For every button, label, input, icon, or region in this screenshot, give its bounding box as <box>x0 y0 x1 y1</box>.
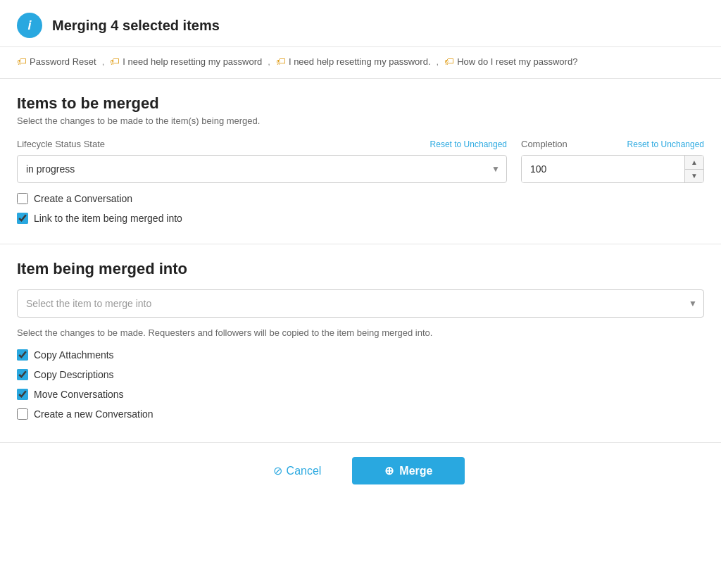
move-conversations-row: Move Conversations <box>17 389 704 400</box>
tag-item-4: 🏷 How do I reset my password? <box>444 56 577 67</box>
merge-icon: ⊕ <box>384 464 394 477</box>
merge-into-select[interactable]: Select the item to merge into <box>17 289 704 318</box>
link-item-row: Link to the item being merged into <box>17 213 704 224</box>
lifecycle-label-row: Lifecycle Status State Reset to Unchange… <box>17 139 507 149</box>
link-item-checkbox[interactable] <box>17 213 28 224</box>
copy-attachments-checkbox[interactable] <box>17 349 28 361</box>
copy-attachments-row: Copy Attachments <box>17 349 704 361</box>
footer: ⊘ Cancel ⊕ Merge <box>0 443 721 499</box>
spinner-up-button[interactable]: ▲ <box>685 156 703 170</box>
items-to-merge-section: Items to be merged Select the changes to… <box>0 79 721 244</box>
completion-input-wrapper: ▲ ▼ <box>521 155 704 183</box>
separator-3: , <box>437 56 439 67</box>
merge-section-title: Item being merged into <box>17 260 704 278</box>
info-icon: i <box>17 13 42 38</box>
create-conversation-checkbox[interactable] <box>17 193 28 204</box>
completion-input[interactable] <box>522 156 684 182</box>
items-section-subtitle: Select the changes to be made to the ite… <box>17 115 704 126</box>
spinner-buttons: ▲ ▼ <box>684 156 703 182</box>
lifecycle-select-wrapper: in progress open closed resolved ▼ <box>17 155 507 183</box>
tag-icon-4: 🏷 <box>444 56 454 67</box>
tag-label-1: Password Reset <box>30 56 96 67</box>
merge-note: Select the changes to be made. Requester… <box>17 327 704 338</box>
items-section-title: Items to be merged <box>17 94 704 113</box>
lifecycle-select[interactable]: in progress open closed resolved <box>17 155 507 183</box>
create-new-conversation-row: Create a new Conversation <box>17 408 704 420</box>
tag-label-4: How do I reset my password? <box>457 56 577 67</box>
separator-1: , <box>102 56 105 67</box>
form-row-fields: Lifecycle Status State Reset to Unchange… <box>17 139 704 183</box>
move-conversations-label[interactable]: Move Conversations <box>34 389 124 400</box>
tag-label-3: I need help resetting my password. <box>289 56 431 67</box>
create-conversation-label[interactable]: Create a Conversation <box>34 193 132 204</box>
merge-select-wrapper: Select the item to merge into ▼ <box>17 289 704 318</box>
page-container: i Merging 4 selected items 🏷 Password Re… <box>0 0 721 588</box>
tag-item: 🏷 Password Reset <box>17 56 96 67</box>
create-conversation-row: Create a Conversation <box>17 193 704 204</box>
cancel-button[interactable]: ⊘ Cancel <box>256 457 339 484</box>
link-item-label[interactable]: Link to the item being merged into <box>34 213 182 224</box>
tag-item-2: 🏷 I need help resetting my password <box>110 56 262 67</box>
cancel-label: Cancel <box>287 465 322 477</box>
tag-icon-1: 🏷 <box>17 56 27 67</box>
completion-group: Completion Reset to Unchanged ▲ ▼ <box>521 139 704 183</box>
tags-row: 🏷 Password Reset , 🏷 I need help resetti… <box>0 47 721 79</box>
copy-descriptions-row: Copy Descriptions <box>17 369 704 380</box>
spinner-down-button[interactable]: ▼ <box>685 170 703 183</box>
move-conversations-checkbox[interactable] <box>17 389 28 400</box>
completion-reset-link[interactable]: Reset to Unchanged <box>627 139 704 149</box>
lifecycle-label: Lifecycle Status State <box>17 139 105 149</box>
page-title: Merging 4 selected items <box>52 18 220 34</box>
tag-item-3: 🏷 I need help resetting my password. <box>276 56 431 67</box>
tag-icon-3: 🏷 <box>276 56 286 67</box>
create-new-conversation-label[interactable]: Create a new Conversation <box>34 408 153 420</box>
tag-label-2: I need help resetting my password <box>123 56 262 67</box>
item-merged-into-section: Item being merged into Select the item t… <box>0 244 721 443</box>
cancel-icon: ⊘ <box>273 464 282 477</box>
lifecycle-group: Lifecycle Status State Reset to Unchange… <box>17 139 507 183</box>
merge-label: Merge <box>399 465 432 477</box>
completion-label-row: Completion Reset to Unchanged <box>521 139 704 149</box>
copy-attachments-label[interactable]: Copy Attachments <box>34 349 114 361</box>
lifecycle-reset-link[interactable]: Reset to Unchanged <box>430 139 507 149</box>
copy-descriptions-label[interactable]: Copy Descriptions <box>34 369 114 380</box>
separator-2: , <box>268 56 270 67</box>
tag-icon-2: 🏷 <box>110 56 120 67</box>
create-new-conversation-checkbox[interactable] <box>17 408 28 420</box>
header: i Merging 4 selected items <box>0 0 721 47</box>
copy-descriptions-checkbox[interactable] <box>17 369 28 380</box>
completion-label: Completion <box>521 139 568 149</box>
merge-button[interactable]: ⊕ Merge <box>352 457 465 484</box>
